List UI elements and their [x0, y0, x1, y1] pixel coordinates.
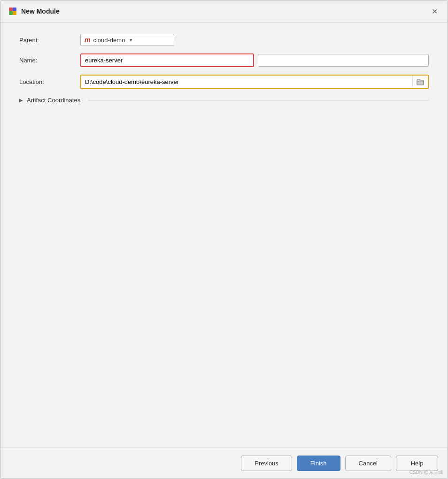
name-controls: [80, 53, 429, 67]
parent-label: Parent:: [19, 37, 80, 44]
parent-value: cloud-demo: [93, 37, 125, 44]
dialog-content: Parent: m cloud-demo ▾ Name: Location:: [0, 23, 448, 448]
close-button[interactable]: ✕: [429, 6, 440, 17]
name-extra-input[interactable]: [258, 54, 429, 67]
artifact-title: Artifact Coordinates: [27, 97, 80, 104]
app-icon: [8, 7, 17, 16]
parent-row: Parent: m cloud-demo ▾: [19, 34, 429, 46]
name-row: Name:: [19, 53, 429, 67]
title-bar: New Module ✕: [0, 0, 448, 23]
parent-dropdown[interactable]: m cloud-demo ▾: [80, 34, 174, 46]
previous-button[interactable]: Previous: [241, 456, 292, 471]
name-input[interactable]: [80, 53, 254, 67]
artifact-divider: [88, 100, 429, 100]
artifact-header[interactable]: ▶ Artifact Coordinates: [19, 97, 429, 104]
folder-icon: [417, 79, 424, 85]
svg-rect-3: [13, 11, 16, 15]
name-label: Name:: [19, 57, 80, 64]
browse-folder-button[interactable]: [412, 76, 428, 88]
location-label: Location:: [19, 78, 80, 85]
watermark: CSDN @东三城: [409, 469, 443, 476]
dialog-footer: Previous Finish Cancel Help: [0, 448, 448, 479]
parent-controls: m cloud-demo ▾: [80, 34, 429, 46]
svg-rect-2: [9, 11, 13, 15]
cancel-button[interactable]: Cancel: [345, 456, 391, 471]
finish-button[interactable]: Finish: [297, 456, 340, 471]
svg-rect-0: [9, 8, 13, 11]
location-input-wrapper: [80, 75, 429, 89]
artifact-section: ▶ Artifact Coordinates: [19, 97, 429, 104]
svg-rect-1: [13, 8, 16, 11]
location-input[interactable]: [81, 76, 412, 88]
expand-icon: ▶: [19, 98, 23, 103]
chevron-down-icon: ▾: [130, 37, 132, 43]
maven-icon: m: [85, 36, 90, 44]
new-module-dialog: New Module ✕ Parent: m cloud-demo ▾ Name…: [0, 0, 448, 479]
title-bar-left: New Module: [8, 7, 60, 16]
location-row: Location:: [19, 75, 429, 89]
dialog-title: New Module: [21, 8, 60, 15]
